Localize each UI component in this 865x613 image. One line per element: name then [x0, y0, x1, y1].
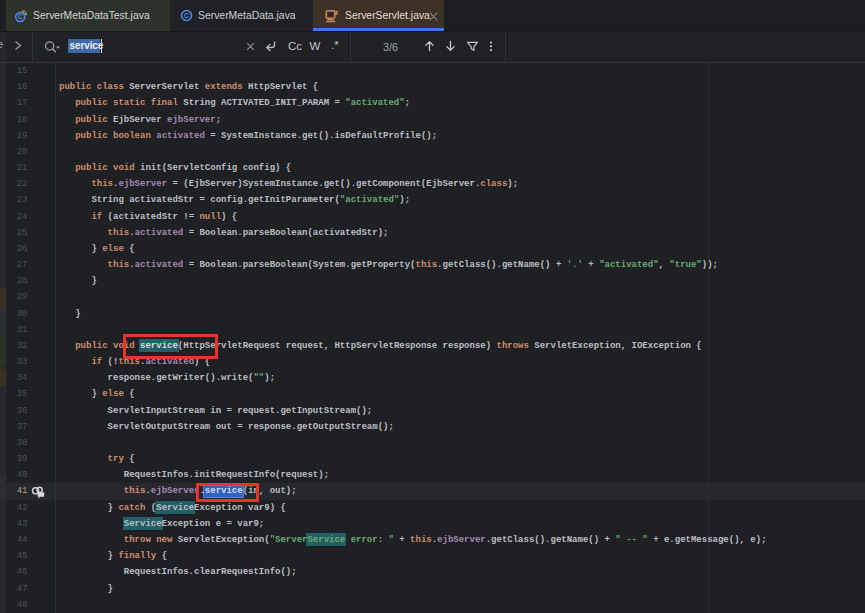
svg-text:C: C: [184, 12, 189, 19]
svg-text:C: C: [18, 13, 23, 20]
